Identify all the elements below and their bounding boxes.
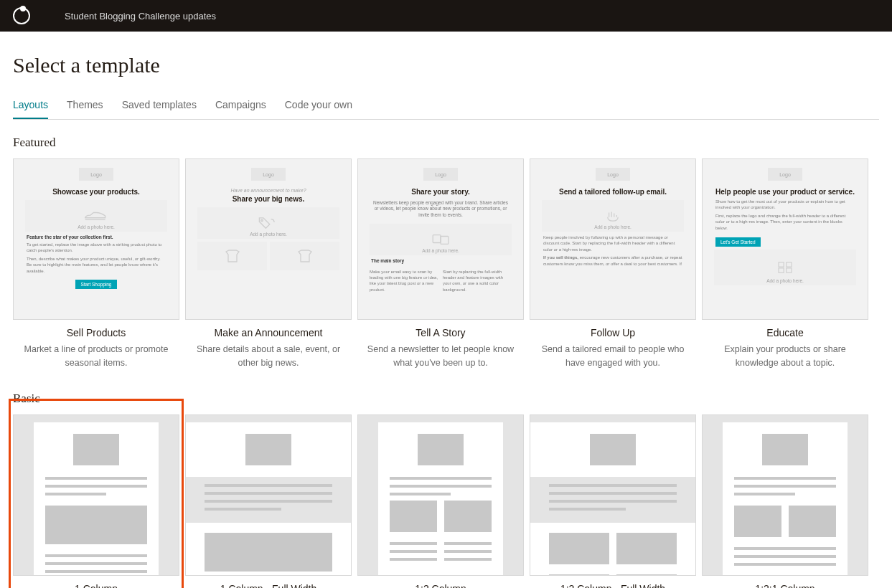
svg-rect-2 <box>441 237 449 245</box>
logo-placeholder: Logo <box>251 168 286 181</box>
preview-headline: Help people use your product or service. <box>715 188 855 196</box>
page-title: Select a template <box>13 53 879 77</box>
svg-rect-1 <box>433 235 441 243</box>
preview-text: To get started, replace the image above … <box>27 242 166 254</box>
template-sell-products[interactable]: Logo Showcase your products. Add a photo… <box>13 158 179 370</box>
preview-text: Show how to get the most out of your pro… <box>715 199 855 211</box>
featured-grid: Logo Showcase your products. Add a photo… <box>13 158 879 370</box>
template-1-2-1-column[interactable]: 1:2:1 Column <box>702 414 868 589</box>
page-body: Select a template Layouts Themes Saved t… <box>0 32 892 588</box>
section-title-featured: Featured <box>13 136 879 150</box>
template-title: Sell Products <box>13 327 179 338</box>
template-1-column[interactable]: 1 Column <box>13 414 179 589</box>
tab-campaigns[interactable]: Campaigns <box>215 99 266 119</box>
preview-cta: Start Shopping <box>75 280 116 289</box>
photos-icon <box>428 232 454 247</box>
grid-icon <box>772 260 798 275</box>
preview-headline: Showcase your products. <box>21 188 172 196</box>
preview-sub: Newsletters keep people engaged with you… <box>372 200 509 218</box>
preview-text: First, replace the logo and change the f… <box>715 213 855 231</box>
preview-headline: Share your story. <box>365 188 516 196</box>
photo-placeholder: Add a photo here. <box>25 200 167 232</box>
template-title: Follow Up <box>530 327 696 338</box>
template-thumb: Logo Showcase your products. Add a photo… <box>13 158 179 320</box>
top-bar: Student Blogging Challenge updates <box>0 0 892 32</box>
svg-rect-3 <box>779 262 784 267</box>
preview-headline: Share your big news. <box>193 195 344 203</box>
template-desc: Share details about a sale, event, or ot… <box>185 343 352 370</box>
template-tell-story[interactable]: Logo Share your story. Newsletters keep … <box>357 158 524 370</box>
template-title: 1:2:1 Column <box>702 583 868 589</box>
shirt-icon <box>294 249 316 263</box>
template-title: Make an Announcement <box>185 327 352 338</box>
template-thumb <box>13 414 179 576</box>
preview-row <box>197 242 339 270</box>
template-make-announcement[interactable]: Logo Have an announcement to make? Share… <box>185 158 352 370</box>
template-thumb: Logo Help people use your product or ser… <box>702 158 868 320</box>
template-title: 1 Column - Full Width <box>185 583 352 589</box>
svg-point-0 <box>261 219 263 221</box>
template-1-2-column-full-width[interactable]: 1:2 Column - Full Width <box>530 414 696 589</box>
logo-placeholder: Logo <box>79 168 113 181</box>
template-thumb <box>185 414 352 576</box>
tab-layouts[interactable]: Layouts <box>13 99 48 119</box>
template-desc: Send a newsletter to let people know wha… <box>357 343 524 370</box>
template-1-column-full-width[interactable]: 1 Column - Full Width <box>185 414 352 589</box>
tag-icon <box>255 215 281 231</box>
mailchimp-logo-icon[interactable] <box>13 7 30 24</box>
tab-bar: Layouts Themes Saved templates Campaigns… <box>13 99 879 120</box>
template-desc: Send a tailored email to people who have… <box>530 343 696 370</box>
preview-bold: Feature the star of your collection firs… <box>27 234 166 240</box>
svg-rect-6 <box>787 268 792 272</box>
template-educate[interactable]: Logo Help people use your product or ser… <box>702 158 868 370</box>
template-thumb: Logo Have an announcement to make? Share… <box>185 158 352 320</box>
photo-placeholder: Add a photo here. <box>197 207 339 239</box>
logo-placeholder: Logo <box>768 168 802 181</box>
template-desc: Explain your products or share knowledge… <box>702 343 868 370</box>
template-desc: Market a line of products or promote sea… <box>13 343 179 370</box>
template-follow-up[interactable]: Logo Send a tailored follow-up email. Ad… <box>530 158 696 370</box>
preview-headline: Send a tailored follow-up email. <box>552 188 674 196</box>
basic-grid: 1 Column 1 Column - Full Width <box>13 414 879 589</box>
preview-text: Keep people involved by following up wit… <box>543 234 682 252</box>
template-title: 1 Column <box>13 583 179 589</box>
template-thumb: Logo Share your story. Newsletters keep … <box>357 158 524 320</box>
photo-placeholder: Add a photo here. <box>370 224 512 255</box>
wave-icon <box>600 208 626 224</box>
photo-placeholder: Add a photo here. <box>542 200 684 232</box>
tab-saved-templates[interactable]: Saved templates <box>122 99 197 119</box>
template-title: 1:2 Column - Full Width <box>530 583 696 589</box>
breadcrumb[interactable]: Student Blogging Challenge updates <box>65 11 216 22</box>
shirt-icon <box>222 249 243 263</box>
template-thumb <box>530 414 696 576</box>
logo-placeholder: Logo <box>596 168 630 181</box>
template-title: Educate <box>702 327 868 338</box>
svg-rect-5 <box>779 268 784 272</box>
tab-code-your-own[interactable]: Code your own <box>285 99 352 119</box>
template-thumb: Logo Send a tailored follow-up email. Ad… <box>530 158 696 320</box>
preview-cta: Let's Get Started <box>715 237 761 247</box>
tab-themes[interactable]: Themes <box>67 99 103 119</box>
template-thumb <box>702 414 868 576</box>
preview-bold: The main story <box>371 258 510 263</box>
logo-placeholder: Logo <box>423 168 458 181</box>
preview-text: Then, describe what makes your product u… <box>27 256 166 274</box>
template-title: Tell A Story <box>357 327 524 338</box>
section-title-basic: Basic <box>13 392 879 406</box>
svg-rect-4 <box>787 262 792 267</box>
preview-ital: Have an announcement to make? <box>193 188 344 193</box>
template-title: 1:2 Column <box>357 583 524 589</box>
template-thumb <box>357 414 524 576</box>
shoe-icon <box>83 208 109 224</box>
photo-placeholder: Add a photo here. <box>714 250 856 285</box>
preview-text: If you sell things, encourage new custom… <box>543 255 682 267</box>
template-1-2-column[interactable]: 1:2 Column <box>357 414 524 589</box>
